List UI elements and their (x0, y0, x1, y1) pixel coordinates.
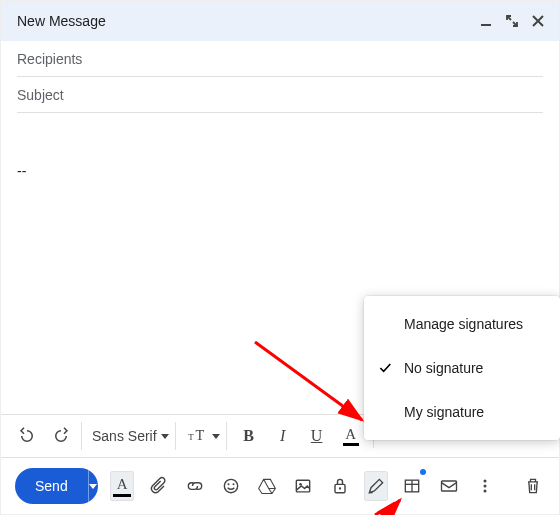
expand-icon[interactable] (505, 14, 519, 28)
redo-button[interactable] (45, 420, 77, 452)
discard-draft-button[interactable] (521, 471, 545, 501)
pen-icon (366, 476, 386, 496)
paperclip-icon (149, 476, 169, 496)
text-color-button[interactable]: A (335, 420, 367, 452)
font-family-label: Sans Serif (92, 428, 157, 444)
insert-image-button[interactable] (291, 471, 315, 501)
more-options-button[interactable] (473, 471, 497, 501)
svg-point-5 (232, 483, 234, 485)
attach-file-button[interactable] (146, 471, 170, 501)
chevron-down-icon (89, 484, 97, 489)
no-signature-item[interactable]: No signature (364, 346, 560, 390)
italic-button[interactable]: I (267, 420, 299, 452)
insert-table-button[interactable] (400, 471, 424, 501)
recipients-placeholder: Recipients (17, 51, 82, 67)
chevron-down-icon (161, 434, 169, 439)
signature-separator: -- (17, 163, 543, 179)
underline-button[interactable]: U (301, 420, 333, 452)
subject-field[interactable]: Subject (17, 77, 543, 113)
svg-rect-13 (441, 481, 456, 491)
new-badge-dot (420, 469, 426, 475)
font-size-icon: T T (188, 428, 210, 444)
compose-header: New Message (1, 1, 559, 41)
svg-text:T: T (188, 432, 194, 442)
drive-icon (257, 476, 277, 496)
lock-clock-icon (330, 476, 350, 496)
confidential-mode-button[interactable] (327, 471, 351, 501)
compose-title: New Message (17, 13, 106, 29)
svg-point-4 (227, 483, 229, 485)
insert-drive-button[interactable] (255, 471, 279, 501)
action-bar: Send A (1, 458, 559, 514)
svg-point-15 (483, 485, 486, 488)
envelope-icon (439, 476, 459, 496)
recipients-field[interactable]: Recipients (17, 41, 543, 77)
my-signature-label: My signature (404, 404, 484, 420)
my-signature-item[interactable]: My signature (364, 390, 560, 434)
send-options-button[interactable] (88, 468, 98, 504)
svg-text:T: T (195, 428, 204, 443)
image-icon (293, 476, 313, 496)
trash-icon (523, 476, 543, 496)
send-button[interactable]: Send (15, 468, 88, 504)
insert-link-button[interactable] (183, 471, 207, 501)
more-vert-icon (475, 476, 495, 496)
svg-point-14 (483, 480, 486, 483)
font-family-select[interactable]: Sans Serif (81, 422, 176, 450)
chevron-down-icon (212, 434, 220, 439)
link-icon (185, 476, 205, 496)
select-template-button[interactable] (436, 471, 460, 501)
svg-point-9 (338, 487, 340, 489)
window-controls (479, 14, 545, 28)
table-icon (402, 476, 422, 496)
insert-emoji-button[interactable] (219, 471, 243, 501)
svg-point-3 (224, 479, 237, 492)
bold-button[interactable]: B (233, 420, 265, 452)
send-button-group: Send (15, 468, 98, 504)
manage-signatures-item[interactable]: Manage signatures (364, 302, 560, 346)
undo-button[interactable] (11, 420, 43, 452)
formatting-options-button[interactable]: A (110, 471, 135, 501)
svg-point-16 (483, 490, 486, 493)
subject-placeholder: Subject (17, 87, 64, 103)
check-icon (376, 360, 394, 376)
font-size-select[interactable]: T T (180, 422, 227, 450)
manage-signatures-label: Manage signatures (404, 316, 523, 332)
close-icon[interactable] (531, 14, 545, 28)
emoji-icon (221, 476, 241, 496)
signature-menu: Manage signatures No signature My signat… (364, 296, 560, 440)
minimize-icon[interactable] (479, 14, 493, 28)
insert-signature-button[interactable] (364, 471, 389, 501)
no-signature-label: No signature (404, 360, 483, 376)
